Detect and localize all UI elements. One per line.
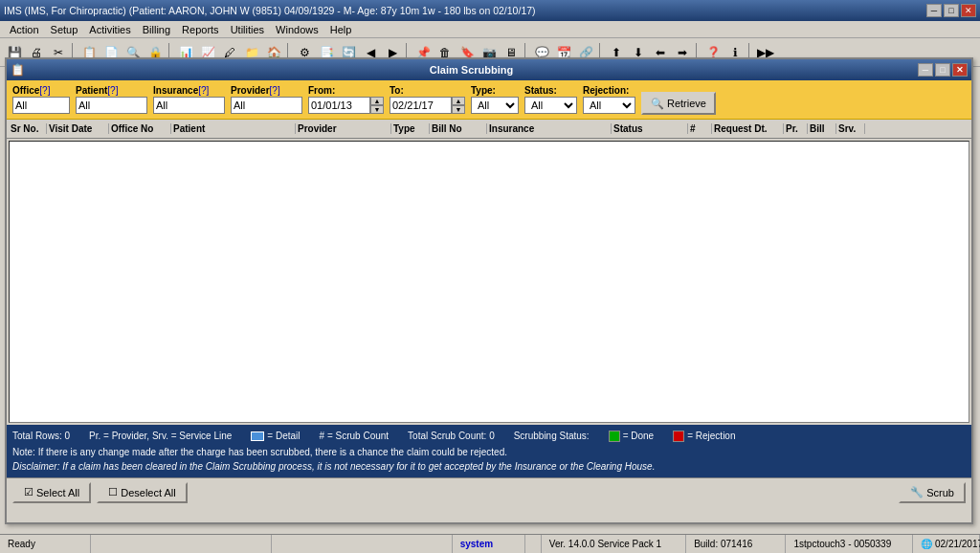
total-rows: Total Rows: 0	[12, 429, 70, 443]
insurance-filter: Insurance[?]	[153, 85, 225, 114]
scrub-button[interactable]: 🔧 Scrub	[899, 482, 966, 503]
from-label: From:	[308, 85, 384, 96]
window-title-bar: 📋 Claim Scrubbing ─ □ ✕	[7, 59, 971, 80]
app-maximize-btn[interactable]: □	[944, 4, 959, 17]
retrieve-button[interactable]: 🔍 Retrieve	[641, 92, 716, 115]
status-ready: Ready	[0, 535, 91, 553]
status-line: Ready system Ver. 14.0.0 Service Pack 1 …	[0, 534, 980, 553]
status-server: 1stpctouch3 - 0050339	[786, 535, 913, 553]
win-close-btn[interactable]: ✕	[952, 63, 968, 77]
from-filter: From: ▲ ▼	[308, 85, 384, 114]
select-all-button[interactable]: ☑ Select All	[12, 482, 91, 503]
hash-legend: # = Scrub Count	[320, 429, 390, 443]
done-icon	[609, 431, 620, 442]
col-pr: Pr.	[784, 123, 808, 134]
menu-windows[interactable]: Windows	[270, 23, 324, 36]
office-filter: Office[?]	[12, 85, 70, 114]
scrub-label: Scrub	[926, 487, 954, 498]
from-date-down[interactable]: ▼	[370, 105, 384, 114]
win-minimize-btn[interactable]: ─	[918, 63, 933, 77]
app-title-bar: IMS (IMS, For Chiropractic) (Patient: AA…	[0, 0, 980, 21]
deselect-all-icon: ☐	[108, 486, 118, 498]
provider-hint[interactable]: [?]	[270, 85, 280, 96]
status-version: Ver. 14.0.0 Service Pack 1	[542, 535, 686, 553]
to-date-down[interactable]: ▼	[452, 105, 465, 114]
col-srv: Srv.	[836, 123, 865, 134]
provider-label: Provider[?]	[231, 85, 302, 96]
provider-input[interactable]	[231, 97, 302, 114]
type-select[interactable]: All	[471, 97, 519, 114]
rejection-label: Rejection:	[583, 85, 635, 96]
to-date-up[interactable]: ▲	[452, 97, 465, 105]
select-all-label: Select All	[36, 487, 79, 498]
status-user: system	[453, 535, 525, 553]
menu-action[interactable]: Action	[4, 23, 45, 36]
insurance-input[interactable]	[153, 97, 225, 114]
column-headers: Sr No. Visit Date Office No Patient Prov…	[7, 120, 971, 139]
status-empty2	[272, 535, 453, 553]
status-build: Build: 071416	[686, 535, 786, 553]
menu-utilities[interactable]: Utilities	[225, 23, 270, 36]
data-grid[interactable]	[9, 141, 969, 423]
retrieve-icon: 🔍	[651, 98, 664, 110]
globe-icon: 🌐	[921, 539, 932, 549]
status-empty3	[525, 535, 542, 553]
office-label: Office[?]	[12, 85, 70, 96]
rejection-legend: = Rejection	[673, 429, 735, 443]
deselect-all-label: Deselect All	[121, 487, 175, 498]
office-hint[interactable]: [?]	[39, 85, 50, 96]
app-win-controls: ─ □ ✕	[926, 4, 976, 17]
status-filter: Status: All	[524, 85, 577, 114]
done-legend: = Done	[609, 429, 655, 443]
deselect-all-button[interactable]: ☐ Deselect All	[97, 482, 187, 503]
from-date-up[interactable]: ▲	[370, 97, 384, 105]
type-filter: Type: All	[471, 85, 519, 114]
col-bill: Bill	[808, 123, 836, 134]
menu-reports[interactable]: Reports	[176, 23, 225, 36]
status-empty	[91, 535, 272, 553]
col-status: Status	[612, 123, 688, 134]
status-select[interactable]: All	[524, 97, 577, 114]
col-officeno: Office No	[109, 123, 171, 134]
col-requestdt: Request Dt.	[712, 123, 784, 134]
col-patient: Patient	[171, 123, 296, 134]
menu-activities[interactable]: Activities	[83, 23, 136, 36]
to-date-input[interactable]	[390, 97, 452, 114]
window-icon: 📋	[11, 63, 25, 77]
pr-legend: Pr. = Provider, Srv. = Service Line	[89, 429, 232, 443]
total-scrub-count: Total Scrub Count: 0	[408, 429, 495, 443]
rejection-filter: Rejection: All	[583, 85, 635, 114]
status-date: 🌐 02/21/2017	[913, 535, 980, 553]
win-controls: ─ □ ✕	[918, 63, 968, 77]
menu-help[interactable]: Help	[324, 23, 358, 36]
claim-scrubbing-window: 📋 Claim Scrubbing ─ □ ✕ Office[?] Patien…	[5, 57, 973, 524]
patient-filter: Patient[?]	[76, 85, 147, 114]
status-date-text: 02/21/2017	[935, 539, 980, 549]
patient-input[interactable]	[76, 97, 147, 114]
app-minimize-btn[interactable]: ─	[926, 4, 942, 17]
to-filter: To: ▲ ▼	[390, 85, 465, 114]
button-bar: ☑ Select All ☐ Deselect All 🔧 Scrub	[7, 477, 971, 506]
win-maximize-btn[interactable]: □	[935, 63, 950, 77]
from-date-input[interactable]	[308, 97, 370, 114]
type-label: Type:	[471, 85, 519, 96]
col-insurance: Insurance	[487, 123, 612, 134]
menu-setup[interactable]: Setup	[45, 23, 84, 36]
col-type: Type	[391, 123, 430, 134]
status-area: Total Rows: 0 Pr. = Provider, Srv. = Ser…	[7, 425, 971, 477]
app-title: IMS (IMS, For Chiropractic) (Patient: AA…	[4, 5, 536, 16]
scrub-icon: 🔧	[910, 486, 924, 498]
note1: Note: If there is any change made after …	[12, 445, 966, 459]
retrieve-label: Retrieve	[667, 98, 706, 109]
insurance-hint[interactable]: [?]	[198, 85, 209, 96]
rejection-select[interactable]: All	[583, 97, 635, 114]
app-close-btn[interactable]: ✕	[961, 4, 976, 17]
scrubbing-status-label: Scrubbing Status:	[514, 429, 590, 443]
menu-billing[interactable]: Billing	[137, 23, 176, 36]
menu-bar: Action Setup Activities Billing Reports …	[0, 21, 980, 38]
window-title: Claim Scrubbing	[25, 64, 918, 76]
col-billno: Bill No	[430, 123, 487, 134]
office-input[interactable]	[12, 97, 70, 114]
status-label: Status:	[524, 85, 577, 96]
patient-hint[interactable]: [?]	[107, 85, 118, 96]
